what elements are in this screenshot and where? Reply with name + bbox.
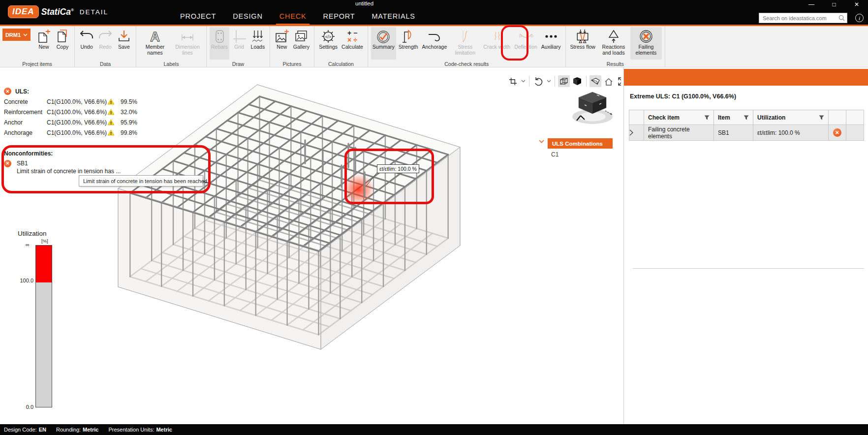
uls-row-reinforcement: ReinforcementC1(G100.0%, V66.6%) ! 32.0% bbox=[4, 107, 137, 117]
table-row-failing-concrete[interactable]: Failing concrete elements SB1 εt/εtlim: … bbox=[629, 125, 864, 141]
group-label: Results bbox=[566, 61, 665, 67]
anchorage-hook-icon bbox=[427, 28, 442, 44]
group-label: Code-check results bbox=[368, 61, 565, 67]
solid-view-button[interactable] bbox=[571, 75, 583, 87]
group-label: Draw bbox=[207, 61, 270, 67]
scale-red-segment bbox=[36, 246, 52, 282]
tab-materials[interactable]: MATERIALS bbox=[372, 12, 415, 20]
3d-viewport[interactable]: ✕ ULS: ConcreteC1(G100.0%, V66.6%) ! 99.… bbox=[0, 67, 623, 424]
wireframe-view-button[interactable] bbox=[558, 75, 570, 87]
product-name: DETAIL bbox=[80, 8, 108, 16]
registered-mark: ® bbox=[71, 8, 74, 12]
solid-cube-icon bbox=[573, 77, 582, 86]
copy-button[interactable]: Copy bbox=[54, 27, 71, 60]
uls-combinations-header[interactable]: ULS Combinations bbox=[548, 138, 613, 149]
undo-icon bbox=[79, 28, 94, 44]
minimize-button[interactable]: — bbox=[800, 0, 823, 9]
project-item-selector[interactable]: DRM1 bbox=[2, 29, 31, 41]
warning-triangle-icon: ! bbox=[107, 109, 115, 115]
title-bar: untitled — □ ✕ IDEA StatiCa® DETAIL PROJ… bbox=[0, 0, 868, 26]
new-project-item-button[interactable]: New bbox=[35, 27, 53, 60]
loads-button[interactable]: Loads bbox=[249, 27, 267, 60]
ellipsis-icon bbox=[544, 28, 558, 44]
member-names-button[interactable]: A Member names bbox=[139, 27, 171, 60]
new-picture-button[interactable]: New bbox=[273, 27, 291, 60]
clipping-box-button[interactable] bbox=[507, 75, 519, 87]
stress-flow-icon bbox=[576, 28, 589, 44]
copy-icon bbox=[55, 28, 70, 44]
panel-divider bbox=[633, 268, 864, 269]
toolbar-separator bbox=[555, 76, 555, 87]
uls-results-summary: ✕ ULS: ConcreteC1(G100.0%, V66.6%) ! 99.… bbox=[4, 86, 137, 138]
status-design-code: Design Code:EN bbox=[4, 427, 46, 433]
maximize-button[interactable]: □ bbox=[823, 0, 845, 9]
summary-button[interactable]: Summary bbox=[371, 27, 396, 60]
close-button[interactable]: ✕ bbox=[845, 0, 868, 9]
cell-check-item: Failing concrete elements bbox=[644, 125, 714, 141]
filter-funnel-icon[interactable] bbox=[704, 115, 710, 120]
chevron-right-icon bbox=[629, 129, 633, 136]
filter-funnel-icon[interactable] bbox=[819, 115, 824, 120]
svg-text:</>: </> bbox=[325, 34, 331, 39]
tab-design[interactable]: DESIGN bbox=[233, 12, 262, 20]
stress-flow-button[interactable]: Stress flow bbox=[569, 27, 597, 60]
ribbon-group-pictures: New Gallery Pictures bbox=[270, 26, 314, 67]
undo-button[interactable]: Undo bbox=[78, 27, 95, 60]
save-button[interactable]: Save bbox=[115, 27, 133, 60]
uls-row-anchor: AnchorC1(G100.0%, V66.6%) ! 95.9% bbox=[4, 117, 137, 127]
tab-report[interactable]: REPORT bbox=[323, 12, 355, 20]
app-brand: IDEA StatiCa® DETAIL bbox=[8, 5, 108, 18]
crack-waves-icon bbox=[490, 28, 504, 44]
tab-project[interactable]: PROJECT bbox=[180, 12, 216, 20]
row-expander[interactable] bbox=[629, 125, 644, 141]
rebar-section-icon bbox=[212, 28, 227, 44]
combinations-collapse-chevron[interactable] bbox=[539, 140, 544, 143]
uls-row-concrete: ConcreteC1(G100.0%, V66.6%) ! 99.5% bbox=[4, 96, 137, 107]
redo-button: Redo bbox=[96, 27, 114, 60]
grid-axes-icon bbox=[232, 28, 247, 44]
svg-text:!: ! bbox=[110, 110, 112, 115]
check-results-table: Check item Item Utilization Failing conc… bbox=[629, 110, 864, 141]
clipping-dropdown-chevron[interactable] bbox=[520, 80, 526, 83]
gallery-button[interactable]: Gallery bbox=[292, 27, 311, 60]
info-icon[interactable]: i bbox=[855, 14, 864, 22]
zoom-extents-button[interactable] bbox=[616, 75, 623, 87]
group-label: Labels bbox=[136, 61, 206, 67]
warning-triangle-icon: ! bbox=[107, 129, 115, 136]
strength-button[interactable]: Strength bbox=[397, 27, 420, 60]
calculate-button[interactable]: +−×÷ Calculate bbox=[340, 27, 365, 60]
rotate-dropdown-chevron[interactable] bbox=[546, 80, 552, 83]
window-controls: — □ ✕ bbox=[800, 0, 868, 9]
search-input[interactable] bbox=[759, 15, 838, 21]
reactions-and-loads-button[interactable]: Reactions and loads bbox=[598, 27, 629, 60]
filter-funnel-icon[interactable] bbox=[744, 115, 749, 120]
nonconformities-title: Nonconformities: bbox=[4, 150, 121, 159]
search-icon[interactable] bbox=[838, 15, 845, 21]
rotate-view-button[interactable] bbox=[532, 75, 544, 87]
navigation-cube[interactable] bbox=[570, 88, 615, 127]
anchorage-button[interactable]: Anchorage bbox=[421, 27, 449, 60]
column-header-check-item: Check item bbox=[644, 110, 714, 125]
ribbon-group-calculation: </> Settings +−×÷ Calculate Calculation bbox=[314, 26, 368, 67]
expander-column-header bbox=[629, 110, 644, 125]
scale-label-infinity: ∞ bbox=[26, 242, 30, 248]
settings-button[interactable]: </> Settings bbox=[317, 27, 339, 60]
cell-status: ✕ bbox=[829, 125, 846, 141]
group-label: Data bbox=[75, 61, 136, 67]
svg-text:!: ! bbox=[110, 100, 112, 105]
expand-arrows-icon bbox=[618, 77, 623, 86]
idea-logo: IDEA bbox=[8, 5, 39, 18]
error-circle-icon: ✕ bbox=[833, 128, 841, 137]
result-flag-label: εt/εtlim: 100.0 % bbox=[377, 164, 419, 173]
failing-elements-button[interactable]: Failing elements bbox=[630, 27, 662, 60]
scale-label-100: 100.0 bbox=[15, 278, 33, 283]
nonconformity-item[interactable]: ✕ SB1 bbox=[4, 159, 121, 168]
clipped-view-button[interactable] bbox=[589, 75, 601, 87]
tab-check[interactable]: CHECK bbox=[279, 12, 307, 20]
search-box[interactable] bbox=[759, 13, 847, 23]
combination-item-c1[interactable]: C1 bbox=[551, 151, 558, 158]
auxiliary-button[interactable]: Auxiliary bbox=[540, 27, 562, 60]
main-menu: PROJECT DESIGN CHECK REPORT MATERIALS bbox=[180, 12, 415, 20]
home-view-button[interactable] bbox=[603, 75, 615, 87]
svg-text:!: ! bbox=[110, 131, 112, 136]
